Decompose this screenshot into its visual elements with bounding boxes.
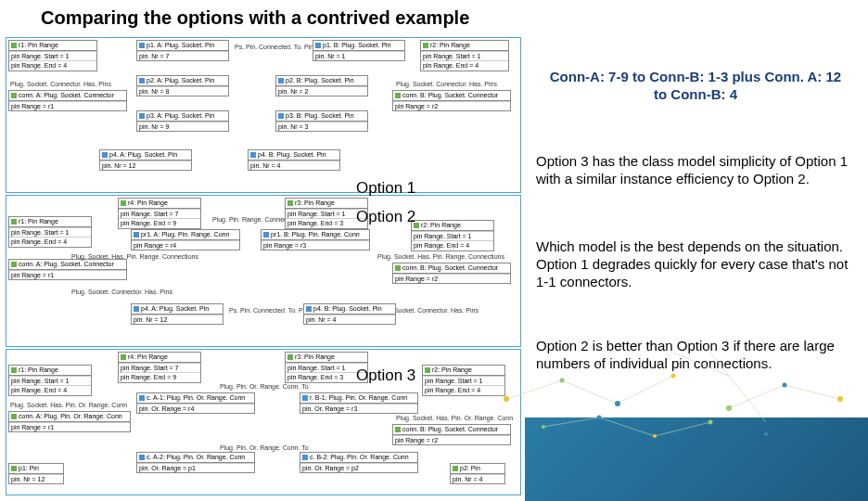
instance-icon: [302, 395, 308, 401]
uml-name: conn. B: Plug. Socket. Connector: [402, 92, 498, 99]
uml-slot: pin Range. Start = 7: [119, 363, 200, 373]
uml-r2: r2: Pin Range pin Range. Start = 1 pin R…: [422, 365, 505, 396]
uml-p1: p1: Pin pin. Nr = 12: [8, 463, 64, 484]
uml-slot: pin Range = r3: [262, 240, 369, 250]
assoc-label: Plug. Socket. Has. Pin. Or. Range. Conn: [10, 402, 127, 408]
uml-slot: pin Range = r1: [9, 101, 126, 111]
paragraph-2: Which model is the best depends on the s…: [536, 238, 851, 290]
uml-slot: pin Range = r4: [132, 240, 239, 250]
uml-slot: pin. Nr = 9: [137, 122, 228, 132]
uml-slot: pin. Nr = 1: [313, 51, 404, 61]
instance-icon: [11, 367, 17, 373]
uml-slot: pin Range. End = 4: [421, 60, 508, 71]
uml-slot: pin Range. End = 4: [9, 385, 91, 395]
uml-connA: conn. A: Plug. Socket. Connector pin Ran…: [8, 90, 127, 111]
instance-icon: [139, 455, 145, 460]
uml-pr1b: pr1. B: Plug. Pin. Range. Conn pin Range…: [261, 229, 370, 250]
uml-slot: pin Range. End = 4: [9, 60, 96, 71]
uml-name: r1: Pin Range: [19, 366, 58, 374]
uml-slot: pin. Nr = 8: [137, 86, 228, 96]
uml-slot: pin. Nr = 3: [276, 122, 367, 132]
assoc-label: Plug. Pin. Or. Range. Conn. To: [220, 383, 309, 390]
uml-name: p4. B: Plug. Socket. Pin: [258, 151, 326, 159]
uml-name: conn. B: Plug. Socket. Connector: [402, 264, 498, 272]
uml-r1: r1: Pin Range pin Range. Start = 1 pin R…: [8, 216, 92, 248]
assoc-label: Plug. Socket. Connector. Has. Pins: [71, 289, 172, 295]
uml-slot: pin Range. Start = 1: [412, 231, 493, 241]
uml-connB: conn. B: Plug. Socket. Connector pin Ran…: [392, 424, 511, 445]
connection-summary: Conn-A: 7-9 to Conn-B: 1-3 plus Conn. A:…: [547, 69, 844, 104]
uml-slot: pin Range = r1: [9, 422, 130, 432]
uml-p4a: p4. A: Plug. Socket. Pin pin. Nr = 12: [131, 303, 223, 325]
instance-icon: [306, 306, 312, 312]
uml-slot: pin Range. Start = 1: [9, 376, 91, 386]
uml-p4a: p4. A: Plug. Socket. Pin pin. Nr = 12: [99, 149, 192, 171]
uml-cA1: c. A-1: Plug. Pin. Or. Range. Conn pin. …: [136, 392, 255, 414]
uml-connB: conn. B: Plug. Socket. Connector pin Ran…: [392, 90, 511, 111]
instance-icon: [250, 152, 256, 158]
uml-name: p3. A: Plug. Socket. Pin: [147, 112, 214, 120]
uml-slot: pin. Nr = 12: [100, 161, 191, 171]
instance-icon: [11, 93, 17, 98]
instance-icon: [425, 367, 430, 373]
svg-point-12: [615, 401, 620, 406]
uml-slot: pin. Or. Range = p1: [137, 463, 254, 473]
uml-slot: pin. Or. Range = r4: [137, 404, 254, 414]
uml-name: p4. B: Plug. Socket. Pin: [313, 305, 382, 313]
instance-icon: [287, 354, 293, 360]
instance-icon: [395, 427, 401, 432]
uml-name: c. A-1: Plug. Pin. Or. Range. Conn: [147, 394, 245, 402]
instance-icon: [395, 93, 401, 98]
uml-name: r4: Pin Range: [128, 199, 168, 207]
uml-name: p4. A: Plug. Socket. Pin: [141, 305, 209, 313]
uml-r4: r4: Pin Range pin Range. Start = 7 pin R…: [118, 198, 201, 229]
svg-point-15: [783, 383, 787, 388]
uml-slot: pin Range = r1: [9, 270, 126, 280]
instance-icon: [139, 43, 145, 48]
uml-name: r. B-1: Plug. Pin. Or. Range. Conn: [310, 394, 407, 402]
instance-icon: [453, 466, 458, 471]
instance-icon: [278, 113, 284, 119]
uml-slot: pin Range. End = 4: [412, 240, 493, 250]
uml-name: r3: Pin Range: [295, 353, 335, 361]
uml-name: c. B-2: Plug. Pin. Or. Range. Conn: [310, 454, 409, 461]
svg-line-4: [729, 385, 785, 408]
instance-icon: [121, 200, 126, 206]
uml-cB2: c. B-2: Plug. Pin. Or. Range. Conn pin. …: [300, 452, 418, 473]
uml-slot: pin Range. Start = 1: [423, 376, 504, 386]
uml-name: conn. A: Plug. Pin. Or. Range. Conn: [19, 413, 122, 420]
instance-icon: [302, 455, 308, 460]
assoc-label: Ps. Pin. Connected. To. Pin: [229, 307, 308, 314]
svg-point-11: [560, 379, 565, 383]
uml-r1: r1: Pin Range pin Range. Start = 1 pin R…: [8, 365, 92, 396]
uml-name: conn. B: Plug. Socket. Connector: [402, 426, 498, 433]
assoc-label: Plug. Pin. Or. Range. Conn. To: [220, 444, 309, 451]
uml-name: r1: Pin Range: [19, 218, 58, 225]
uml-slot: pin Range. Start = 1: [286, 209, 367, 219]
uml-connA: conn. A: Plug. Pin. Or. Range. Conn pin …: [8, 411, 131, 432]
uml-slot: pin Range. End = 9: [119, 372, 200, 382]
uml-slot: pin Range. Start = 7: [119, 209, 200, 219]
instance-icon: [139, 113, 145, 119]
uml-slot: pin. Nr = 4: [249, 161, 339, 171]
svg-point-16: [837, 396, 843, 402]
uml-slot: pin Range. Start = 1: [9, 227, 91, 238]
svg-point-13: [671, 374, 676, 379]
diagrams-column: r1: Pin Range pin Range. Start = 1 pin R…: [6, 37, 521, 497]
paragraph-1: Option 3 has the class model simplicity …: [536, 153, 851, 188]
uml-r2: r2: Pin Range pin Range. Start = 1 pin R…: [420, 40, 509, 71]
svg-line-5: [785, 385, 840, 399]
uml-r4: r4: Pin Range pin Range. Start = 7 pin R…: [118, 352, 201, 383]
uml-name: pr1. A: Plug. Pin. Range. Conn: [141, 231, 229, 238]
uml-slot: pin. Nr = 12: [132, 315, 223, 325]
svg-line-1: [562, 380, 618, 404]
instance-icon: [11, 414, 17, 419]
uml-slot: pin Range. End = 9: [119, 218, 200, 228]
instance-icon: [11, 262, 17, 267]
uml-p4b: p4. B: Plug. Socket. Pin pin. Nr = 4: [248, 149, 340, 171]
option-1-label: Option 1: [356, 179, 415, 198]
uml-slot: pin Range. End = 3: [286, 218, 367, 228]
uml-slot: pin. Nr = 4: [304, 315, 395, 325]
instance-icon: [263, 232, 269, 238]
uml-r1: r1: Pin Range pin Range. Start = 1 pin R…: [8, 40, 97, 71]
